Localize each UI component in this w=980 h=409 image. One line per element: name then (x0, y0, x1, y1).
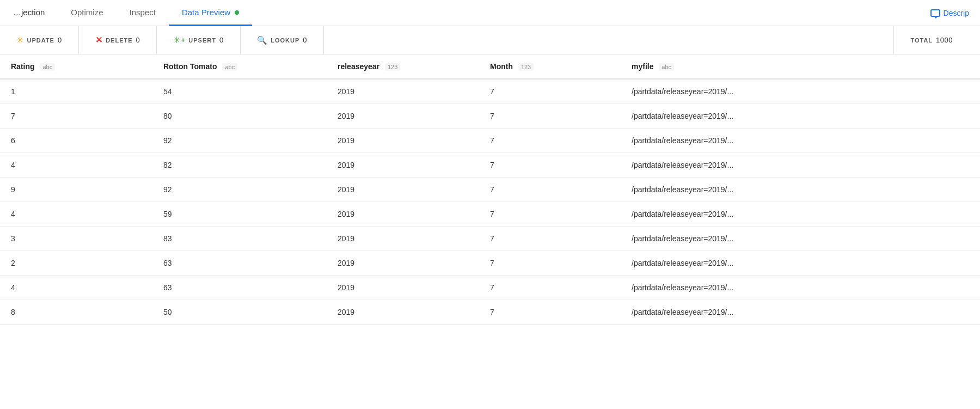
update-icon: ✳ (16, 35, 24, 45)
cell-rating: 6 (0, 129, 152, 153)
data-table: Rating abc Rotton Tomato abc releaseyear… (0, 54, 980, 325)
cell-rating: 4 (0, 276, 152, 300)
table-row: 26320197/partdata/releaseyear=2019/... (0, 251, 980, 276)
tab-inspect[interactable]: Inspect (117, 0, 169, 26)
col-header-month: Month 123 (479, 54, 621, 79)
delete-value: 0 (136, 36, 140, 44)
tab-injection[interactable]: …jection (0, 0, 58, 26)
stat-delete: ✕ DELETE 0 (79, 26, 157, 54)
cell-year: 2019 (327, 104, 479, 129)
cell-year: 2019 (327, 129, 479, 153)
upsert-value: 0 (219, 36, 224, 44)
table-row: 85020197/partdata/releaseyear=2019/... (0, 300, 980, 325)
cell-rotton: 50 (152, 300, 327, 325)
col-header-rating: Rating abc (0, 54, 152, 79)
update-value: 0 (58, 36, 62, 44)
col-type-rotton-tomato: abc (222, 63, 237, 71)
tab-optimize[interactable]: Optimize (58, 0, 116, 26)
cell-rotton: 63 (152, 276, 327, 300)
comment-icon (930, 9, 940, 17)
cell-myfile: /partdata/releaseyear=2019/... (621, 153, 980, 178)
tab-optimize-label: Optimize (71, 8, 103, 17)
cell-month: 7 (479, 300, 621, 325)
col-label-month: Month (490, 62, 513, 71)
cell-year: 2019 (327, 300, 479, 325)
cell-rating: 3 (0, 227, 152, 251)
stat-upsert: ✳+ UPSERT 0 (157, 26, 240, 54)
cell-month: 7 (479, 202, 621, 227)
col-type-month: 123 (518, 63, 534, 71)
col-label-rotton-tomato: Rotton Tomato (163, 62, 217, 71)
table-body: 15420197/partdata/releaseyear=2019/...78… (0, 79, 980, 325)
cell-rating: 8 (0, 300, 152, 325)
cell-month: 7 (479, 129, 621, 153)
tab-inspect-label: Inspect (130, 8, 156, 17)
cell-rating: 4 (0, 153, 152, 178)
cell-rating: 9 (0, 178, 152, 202)
table-row: 45920197/partdata/releaseyear=2019/... (0, 202, 980, 227)
total-value: 1000 (936, 36, 953, 44)
cell-rotton: 82 (152, 153, 327, 178)
description-button[interactable]: Descrip (930, 0, 980, 26)
cell-rating: 4 (0, 202, 152, 227)
cell-rotton: 54 (152, 79, 327, 104)
lookup-icon: 🔍 (257, 35, 268, 45)
table-row: 15420197/partdata/releaseyear=2019/... (0, 79, 980, 104)
cell-month: 7 (479, 153, 621, 178)
top-nav: …jection Optimize Inspect Data Preview D… (0, 0, 980, 26)
cell-year: 2019 (327, 178, 479, 202)
cell-rating: 2 (0, 251, 152, 276)
delete-icon: ✕ (95, 35, 103, 45)
upsert-label: UPSERT (188, 37, 216, 44)
data-preview-status-dot (235, 10, 239, 15)
stat-lookup: 🔍 LOOKUP 0 (241, 26, 324, 54)
data-table-container: Rating abc Rotton Tomato abc releaseyear… (0, 54, 980, 409)
tab-data-preview-label: Data Preview (182, 8, 230, 17)
stats-bar: ✳ UPDATE 0 ✕ DELETE 0 ✳+ UPSERT 0 🔍 LOOK… (0, 26, 980, 54)
col-type-myfile: abc (659, 63, 674, 71)
cell-year: 2019 (327, 251, 479, 276)
cell-rotton: 92 (152, 178, 327, 202)
table-row: 69220197/partdata/releaseyear=2019/... (0, 129, 980, 153)
cell-myfile: /partdata/releaseyear=2019/... (621, 227, 980, 251)
cell-rotton: 59 (152, 202, 327, 227)
delete-label: DELETE (106, 37, 132, 44)
cell-year: 2019 (327, 202, 479, 227)
cell-month: 7 (479, 251, 621, 276)
cell-myfile: /partdata/releaseyear=2019/... (621, 300, 980, 325)
col-label-releaseyear: releaseyear (338, 62, 379, 71)
cell-rotton: 63 (152, 251, 327, 276)
cell-month: 7 (479, 79, 621, 104)
cell-myfile: /partdata/releaseyear=2019/... (621, 79, 980, 104)
table-header-row: Rating abc Rotton Tomato abc releaseyear… (0, 54, 980, 79)
stat-total: TOTAL 1000 (893, 26, 969, 54)
description-label: Descrip (944, 9, 969, 17)
col-type-releaseyear: 123 (385, 63, 400, 71)
lookup-label: LOOKUP (271, 37, 299, 44)
cell-myfile: /partdata/releaseyear=2019/... (621, 251, 980, 276)
table-row: 78020197/partdata/releaseyear=2019/... (0, 104, 980, 129)
cell-myfile: /partdata/releaseyear=2019/... (621, 202, 980, 227)
stat-update: ✳ UPDATE 0 (11, 26, 79, 54)
col-header-releaseyear: releaseyear 123 (327, 54, 479, 79)
tab-injection-label: …jection (13, 8, 45, 17)
cell-month: 7 (479, 178, 621, 202)
cell-month: 7 (479, 104, 621, 129)
cell-rating: 7 (0, 104, 152, 129)
cell-rating: 1 (0, 79, 152, 104)
table-row: 46320197/partdata/releaseyear=2019/... (0, 276, 980, 300)
cell-year: 2019 (327, 227, 479, 251)
cell-month: 7 (479, 276, 621, 300)
table-row: 38320197/partdata/releaseyear=2019/... (0, 227, 980, 251)
cell-year: 2019 (327, 276, 479, 300)
col-header-rotton-tomato: Rotton Tomato abc (152, 54, 327, 79)
col-label-rating: Rating (11, 62, 35, 71)
update-label: UPDATE (27, 37, 54, 44)
cell-myfile: /partdata/releaseyear=2019/... (621, 276, 980, 300)
cell-year: 2019 (327, 153, 479, 178)
cell-rotton: 80 (152, 104, 327, 129)
tab-data-preview[interactable]: Data Preview (169, 0, 252, 26)
cell-month: 7 (479, 227, 621, 251)
cell-rotton: 83 (152, 227, 327, 251)
table-row: 48220197/partdata/releaseyear=2019/... (0, 153, 980, 178)
